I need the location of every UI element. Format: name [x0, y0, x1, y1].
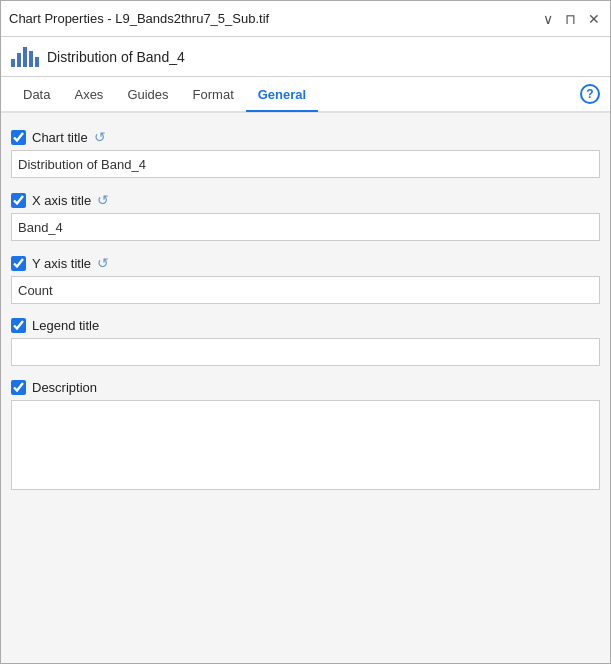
legend-title-label-row: Legend title	[11, 318, 600, 333]
title-bar-left: Chart Properties - L9_Bands2thru7_5_Sub.…	[9, 11, 269, 26]
tab-data[interactable]: Data	[11, 79, 62, 112]
legend-title-group: Legend title	[11, 318, 600, 366]
tab-axes[interactable]: Axes	[62, 79, 115, 112]
chart-title-label-row: Chart title ↺	[11, 129, 600, 145]
pin-icon[interactable]: ⊓	[563, 11, 578, 27]
chart-title-input[interactable]	[11, 150, 600, 178]
chart-subtitle: Distribution of Band_4	[47, 49, 185, 65]
chart-title-checkbox[interactable]	[11, 130, 26, 145]
y-axis-title-label: Y axis title	[32, 256, 91, 271]
y-axis-title-group: Y axis title ↺	[11, 255, 600, 304]
description-textarea[interactable]	[11, 400, 600, 490]
x-axis-title-checkbox[interactable]	[11, 193, 26, 208]
bar-2	[17, 53, 21, 67]
tab-format[interactable]: Format	[181, 79, 246, 112]
x-axis-title-label: X axis title	[32, 193, 91, 208]
chart-title-label: Chart title	[32, 130, 88, 145]
description-group: Description	[11, 380, 600, 490]
chart-title-reset-icon[interactable]: ↺	[94, 129, 106, 145]
legend-title-input[interactable]	[11, 338, 600, 366]
x-axis-title-label-row: X axis title ↺	[11, 192, 600, 208]
y-axis-title-label-row: Y axis title ↺	[11, 255, 600, 271]
tab-guides[interactable]: Guides	[115, 79, 180, 112]
close-icon[interactable]: ✕	[586, 11, 602, 27]
legend-title-checkbox[interactable]	[11, 318, 26, 333]
chart-properties-window: Chart Properties - L9_Bands2thru7_5_Sub.…	[0, 0, 611, 664]
x-axis-title-input[interactable]	[11, 213, 600, 241]
title-bar-controls: ∨ ⊓ ✕	[541, 11, 602, 27]
tabs-bar: Data Axes Guides Format General ?	[1, 77, 610, 113]
main-content: Chart title ↺ X axis title ↺ Y axis titl…	[1, 113, 610, 663]
y-axis-title-reset-icon[interactable]: ↺	[97, 255, 109, 271]
bar-5	[35, 57, 39, 67]
window-title: Chart Properties - L9_Bands2thru7_5_Sub.…	[9, 11, 269, 26]
chart-bar-icon	[11, 47, 39, 67]
y-axis-title-input[interactable]	[11, 276, 600, 304]
title-bar: Chart Properties - L9_Bands2thru7_5_Sub.…	[1, 1, 610, 37]
chart-title-group: Chart title ↺	[11, 129, 600, 178]
bar-4	[29, 51, 33, 67]
help-icon[interactable]: ?	[580, 84, 600, 104]
bar-1	[11, 59, 15, 67]
legend-title-label: Legend title	[32, 318, 99, 333]
description-checkbox[interactable]	[11, 380, 26, 395]
y-axis-title-checkbox[interactable]	[11, 256, 26, 271]
description-label-row: Description	[11, 380, 600, 395]
tab-general[interactable]: General	[246, 79, 318, 112]
chevron-icon[interactable]: ∨	[541, 11, 555, 27]
bar-3	[23, 47, 27, 67]
description-label: Description	[32, 380, 97, 395]
tabs-container: Data Axes Guides Format General	[11, 79, 318, 110]
x-axis-title-reset-icon[interactable]: ↺	[97, 192, 109, 208]
subtitle-bar: Distribution of Band_4	[1, 37, 610, 77]
x-axis-title-group: X axis title ↺	[11, 192, 600, 241]
